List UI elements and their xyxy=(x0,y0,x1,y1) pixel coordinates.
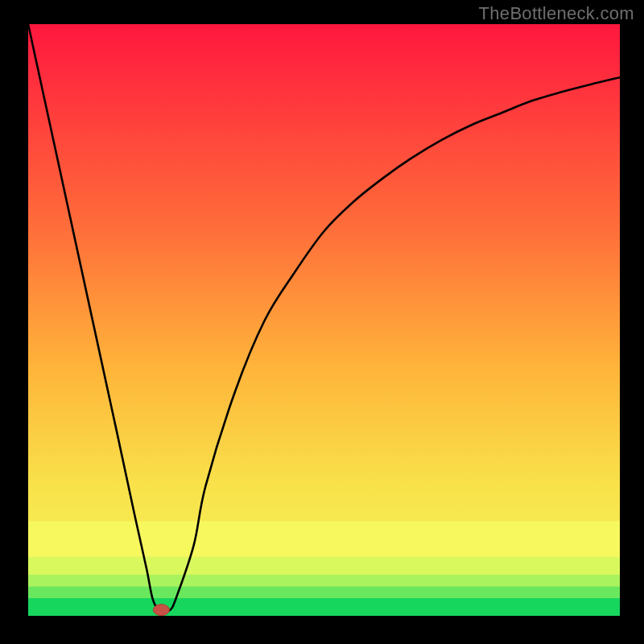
svg-rect-4 xyxy=(28,575,620,587)
watermark-text: TheBottleneck.com xyxy=(479,3,634,24)
chart-container: TheBottleneck.com xyxy=(0,0,644,644)
bottleneck-chart xyxy=(0,0,644,644)
status-bands xyxy=(28,521,620,616)
svg-rect-5 xyxy=(28,557,620,575)
svg-rect-3 xyxy=(28,586,620,598)
svg-rect-6 xyxy=(28,521,620,556)
optimal-point-marker xyxy=(153,605,169,616)
svg-rect-2 xyxy=(28,598,620,616)
